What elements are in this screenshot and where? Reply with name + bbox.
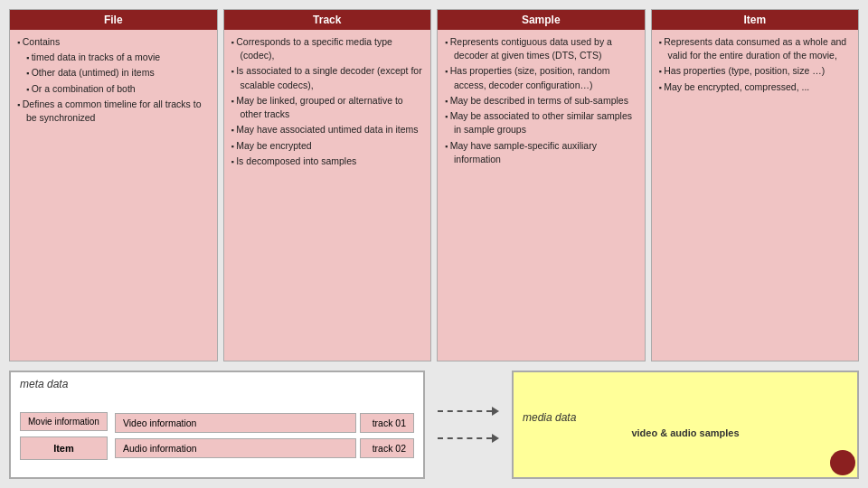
meta-left: Movie information Item: [20, 399, 108, 472]
meta-title: meta data: [20, 378, 414, 390]
item-box: Item: [20, 436, 108, 460]
media-title: media data: [523, 411, 848, 424]
media-content: video & audio samples: [523, 427, 848, 438]
list-item: Is associated to a single decoder (excep…: [231, 64, 424, 91]
arrow-head-2: [492, 434, 499, 443]
track-2-label: Audio information: [115, 438, 356, 458]
column-item-header: Item: [652, 10, 859, 30]
list-item: Contains: [17, 35, 210, 49]
dashed-line-1: [438, 410, 492, 412]
dashed-arrow-1: [438, 407, 499, 416]
list-item: May have sample-specific auxiliary infor…: [445, 139, 637, 166]
column-file: FileContainstimed data in tracks of a mo…: [9, 9, 218, 361]
column-sample-header: Sample: [438, 10, 645, 30]
meta-rows: Movie information Item Video information…: [20, 399, 414, 472]
list-item: Is decomposed into samples: [231, 155, 424, 168]
list-item: Has properties (size, position, random a…: [445, 64, 637, 91]
list-item: Has properties (type, position, size …): [659, 64, 852, 78]
dashed-arrow-2: [438, 434, 499, 443]
bottom-section: meta data Movie information Item Video i…: [9, 371, 859, 479]
column-sample: SampleRepresents contiguous data used by…: [437, 9, 646, 361]
list-item: Represents contiguous data used by a dec…: [445, 35, 637, 62]
column-file-body: Containstimed data in tracks of a movieO…: [10, 30, 217, 361]
list-item: May be described in terms of sub-samples: [445, 94, 637, 108]
column-item: ItemRepresents data consumed as a whole …: [651, 9, 860, 361]
movie-label: Movie information: [20, 412, 108, 431]
list-item: timed data in tracks of a movie: [17, 51, 210, 64]
list-item: May have associated untimed data in item…: [231, 123, 424, 136]
list-item: Defines a common timeline for all tracks…: [17, 98, 210, 125]
meta-box: meta data Movie information Item Video i…: [9, 371, 425, 479]
list-item: May be encrypted: [231, 139, 424, 153]
track-1-id: track 01: [360, 413, 414, 433]
column-track-header: Track: [224, 10, 431, 30]
top-section: FileContainstimed data in tracks of a mo…: [9, 9, 859, 361]
list-item: Represents data consumed as a whole and …: [659, 35, 852, 62]
column-track: TrackCorresponds to a specific media typ…: [223, 9, 432, 361]
column-sample-body: Represents contiguous data used by a dec…: [438, 30, 645, 361]
column-file-header: File: [10, 10, 217, 30]
track-2-id: track 02: [360, 438, 414, 458]
list-item: May be linked, grouped or alternative to…: [231, 94, 424, 121]
track-row-2: Audio information track 02: [115, 438, 414, 458]
media-box: media data video & audio samples: [512, 371, 859, 479]
column-track-body: Corresponds to a specific media type (co…: [224, 30, 431, 361]
arrow-head-1: [492, 407, 499, 416]
track-1-label: Video information: [115, 413, 356, 433]
list-item: Other data (untimed) in items: [17, 66, 210, 80]
column-item-body: Represents data consumed as a whole and …: [652, 30, 859, 361]
arrow-area: [434, 371, 503, 479]
list-item: May be encrypted, compressed, ...: [659, 80, 852, 94]
meta-tracks: Video information track 01 Audio informa…: [115, 399, 414, 472]
list-item: May be associated to other similar sampl…: [445, 109, 637, 136]
track-row-1: Video information track 01: [115, 413, 414, 433]
red-circle-decoration: [830, 450, 855, 475]
list-item: Corresponds to a specific media type (co…: [231, 35, 424, 62]
dashed-line-2: [438, 437, 492, 439]
list-item: Or a combination of both: [17, 82, 210, 96]
